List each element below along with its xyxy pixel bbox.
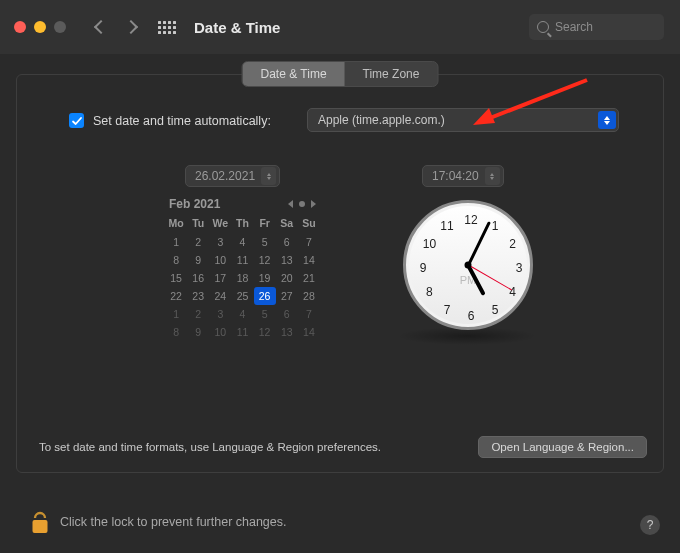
calendar-prev-icon[interactable] xyxy=(288,200,293,208)
calendar-dow: Mo xyxy=(165,215,187,233)
clock-number: 6 xyxy=(468,309,475,323)
calendar-day[interactable]: 11 xyxy=(231,323,253,341)
calendar-day[interactable]: 28 xyxy=(298,287,320,305)
calendar-day[interactable]: 18 xyxy=(231,269,253,287)
calendar-day[interactable]: 11 xyxy=(231,251,253,269)
calendar-dow: Fr xyxy=(254,215,276,233)
clock-number: 11 xyxy=(440,219,453,233)
calendar-day[interactable]: 27 xyxy=(276,287,298,305)
calendar-day[interactable]: 2 xyxy=(187,305,209,323)
calendar-day[interactable]: 7 xyxy=(298,305,320,323)
clock-number: 2 xyxy=(509,237,516,251)
date-field[interactable]: 26.02.2021 xyxy=(185,165,280,187)
calendar-day[interactable]: 23 xyxy=(187,287,209,305)
time-field[interactable]: 17:04:20 xyxy=(422,165,504,187)
back-button[interactable] xyxy=(94,20,108,34)
calendar-day[interactable]: 4 xyxy=(231,233,253,251)
segmented-control: Date & Time Time Zone xyxy=(242,61,439,87)
maximize-icon xyxy=(54,21,66,33)
clock-number: 1 xyxy=(492,219,499,233)
clock-number: 12 xyxy=(464,213,477,227)
calendar-day[interactable]: 10 xyxy=(209,323,231,341)
calendar-next-icon[interactable] xyxy=(311,200,316,208)
calendar-day[interactable]: 21 xyxy=(298,269,320,287)
calendar-day[interactable]: 3 xyxy=(209,233,231,251)
calendar-day[interactable]: 15 xyxy=(165,269,187,287)
search-input[interactable]: Search xyxy=(529,14,664,40)
calendar-day[interactable]: 7 xyxy=(298,233,320,251)
calendar-day[interactable]: 1 xyxy=(165,305,187,323)
auto-checkbox[interactable] xyxy=(69,113,84,128)
calendar-day[interactable]: 17 xyxy=(209,269,231,287)
calendar-day[interactable]: 9 xyxy=(187,251,209,269)
calendar-day[interactable]: 22 xyxy=(165,287,187,305)
calendar[interactable]: Feb 2021 MoTuWeThFrSaSu 1234567891011121… xyxy=(165,197,320,341)
lock-hint: Click the lock to prevent further change… xyxy=(60,515,287,529)
calendar-day[interactable]: 5 xyxy=(254,233,276,251)
clock-number: 9 xyxy=(420,261,427,275)
help-button[interactable]: ? xyxy=(640,515,660,535)
panel: Date & Time Time Zone Set date and time … xyxy=(16,74,664,473)
clock-number: 3 xyxy=(516,261,523,275)
date-field-value: 26.02.2021 xyxy=(195,169,255,183)
calendar-day[interactable]: 1 xyxy=(165,233,187,251)
calendar-day[interactable]: 12 xyxy=(254,323,276,341)
calendar-day[interactable]: 13 xyxy=(276,323,298,341)
time-server-value: Apple (time.apple.com.) xyxy=(318,113,445,127)
forward-button[interactable] xyxy=(124,20,138,34)
page-title: Date & Time xyxy=(194,19,280,36)
calendar-day[interactable]: 25 xyxy=(231,287,253,305)
tab-date-time[interactable]: Date & Time xyxy=(243,62,345,86)
calendar-day[interactable]: 9 xyxy=(187,323,209,341)
calendar-dow: Th xyxy=(231,215,253,233)
time-server-dropdown[interactable]: Apple (time.apple.com.) xyxy=(307,108,619,132)
calendar-dow: Tu xyxy=(187,215,209,233)
calendar-dow: Sa xyxy=(276,215,298,233)
search-placeholder: Search xyxy=(555,20,593,34)
calendar-day[interactable]: 4 xyxy=(231,305,253,323)
close-icon[interactable] xyxy=(14,21,26,33)
calendar-day[interactable]: 5 xyxy=(254,305,276,323)
clock-number: 8 xyxy=(426,285,433,299)
clock-number: 4 xyxy=(509,285,516,299)
calendar-day[interactable]: 16 xyxy=(187,269,209,287)
time-field-value: 17:04:20 xyxy=(432,169,479,183)
calendar-day[interactable]: 14 xyxy=(298,251,320,269)
search-icon xyxy=(537,21,549,33)
check-icon xyxy=(71,115,83,127)
calendar-day[interactable]: 6 xyxy=(276,305,298,323)
calendar-day[interactable]: 6 xyxy=(276,233,298,251)
lock-icon[interactable] xyxy=(30,511,48,533)
calendar-today-icon[interactable] xyxy=(299,201,305,207)
chevron-updown-icon xyxy=(598,111,616,129)
minimize-icon[interactable] xyxy=(34,21,46,33)
svg-rect-2 xyxy=(33,520,48,533)
calendar-day[interactable]: 8 xyxy=(165,323,187,341)
calendar-day[interactable]: 14 xyxy=(298,323,320,341)
calendar-day[interactable]: 2 xyxy=(187,233,209,251)
calendar-dow: Su xyxy=(298,215,320,233)
footer-hint: To set date and time formats, use Langua… xyxy=(39,441,381,453)
time-stepper[interactable] xyxy=(485,167,500,185)
analog-clock: 123456789101112 PM xyxy=(403,200,533,330)
clock-number: 10 xyxy=(423,237,436,251)
auto-checkbox-label: Set date and time automatically: xyxy=(93,114,271,128)
calendar-month-label: Feb 2021 xyxy=(169,197,220,211)
calendar-day[interactable]: 8 xyxy=(165,251,187,269)
calendar-day[interactable]: 26 xyxy=(254,287,276,305)
clock-number: 7 xyxy=(444,303,451,317)
clock-number: 5 xyxy=(492,303,499,317)
calendar-day[interactable]: 10 xyxy=(209,251,231,269)
calendar-day[interactable]: 12 xyxy=(254,251,276,269)
calendar-day[interactable]: 13 xyxy=(276,251,298,269)
tab-time-zone[interactable]: Time Zone xyxy=(345,62,438,86)
calendar-day[interactable]: 24 xyxy=(209,287,231,305)
show-all-icon[interactable] xyxy=(158,21,176,34)
calendar-day[interactable]: 20 xyxy=(276,269,298,287)
date-stepper[interactable] xyxy=(261,167,276,185)
calendar-day[interactable]: 19 xyxy=(254,269,276,287)
open-language-region-button[interactable]: Open Language & Region... xyxy=(478,436,647,458)
calendar-day[interactable]: 3 xyxy=(209,305,231,323)
calendar-dow: We xyxy=(209,215,231,233)
